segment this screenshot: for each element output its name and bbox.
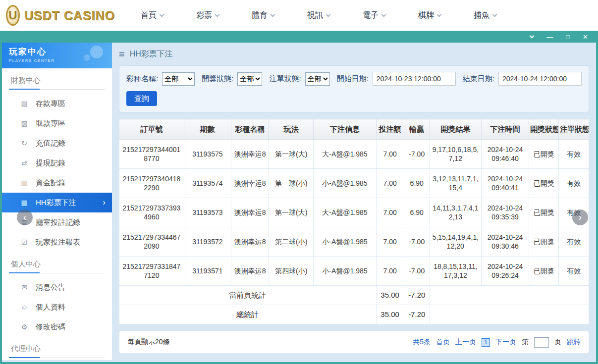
nav-item-label: 體育	[252, 10, 268, 21]
sidebar: 玩家中心 PLAYERS CENTER 財務中心 ▤存款專區▨取款專區↻充值記錄…	[2, 43, 112, 360]
window-close-button[interactable]: ✕	[583, 34, 588, 40]
first-page-link[interactable]: 首页	[436, 338, 450, 347]
menu-toggle-icon[interactable]: ≡	[119, 49, 125, 59]
nav-item-label: 棋牌	[418, 10, 434, 21]
nav-item-board-games[interactable]: 棋牌	[418, 10, 441, 21]
draw-status-select[interactable]: 全部	[237, 72, 262, 86]
sidebar-header: 玩家中心 PLAYERS CENTER	[2, 43, 112, 68]
table-cell: 2152172973373934960	[119, 198, 184, 227]
personal-menu: ✉消息公告☺個人資料⚙修改密碼	[2, 273, 112, 337]
table-cell: 7.00	[376, 257, 404, 286]
end-date-label: 結束日期:	[463, 74, 494, 84]
page-prefix-label: 第	[522, 338, 529, 347]
lottery-name-select[interactable]: 全部	[162, 72, 195, 86]
sidebar-item-player-bet-report[interactable]: ☑玩家投注報表	[2, 232, 112, 252]
table-cell: 7.00	[376, 169, 404, 198]
column-header: 下注信息	[314, 119, 376, 140]
search-button[interactable]: 查詢	[126, 91, 157, 106]
summary-bet-total: 35.00	[376, 286, 404, 305]
table-cell: 7.00	[376, 198, 404, 227]
table-cell: 2152172973404182290	[119, 169, 184, 198]
nav-item-sports[interactable]: 體育	[252, 10, 274, 21]
nav-item-home[interactable]: 首頁	[141, 10, 163, 21]
logo[interactable]: U USDT CASINO	[0, 5, 115, 26]
draw-status-label: 開獎狀態:	[202, 74, 233, 84]
players-center-subtitle: PLAYERS CENTER	[9, 58, 112, 63]
table-cell: 澳洲幸运8	[231, 140, 269, 169]
scroll-left-arrow[interactable]: ‹	[17, 209, 33, 225]
table-cell: 有效	[559, 169, 589, 198]
nav-item-lottery[interactable]: 彩票	[196, 10, 219, 21]
table-cell: 7.00	[376, 140, 404, 169]
table-cell: 大-A盤@1.985	[314, 198, 376, 227]
window-minimize-button[interactable]: —	[546, 34, 553, 40]
table-cell: 有效	[559, 257, 589, 286]
table-cell: 小-A盤@1.985	[314, 227, 376, 257]
sidebar-item-profile[interactable]: ☺個人資料	[2, 297, 112, 317]
nav-item-label: 彩票	[196, 10, 212, 21]
table-cell: 已開獎	[529, 198, 559, 227]
nav-item-live-video[interactable]: 視訊	[307, 10, 330, 21]
table-cell: 31193573	[184, 198, 231, 227]
bets-table: 訂單號期數彩種名稱玩法下注信息投注額輸贏開獎結果下注時間開獎狀態注單狀態 215…	[119, 119, 589, 324]
prev-page-link[interactable]: 上一页	[455, 338, 476, 347]
table-cell: 澳洲幸运8	[231, 227, 269, 257]
jump-button[interactable]: 跳转	[567, 338, 581, 347]
nav-item-label: 視訊	[307, 10, 323, 21]
gear-icon: ⚙	[20, 323, 29, 331]
table-cell: -7.00	[404, 140, 430, 169]
sidebar-item-label: 提現記錄	[36, 158, 65, 168]
nav-item-label: 首頁	[141, 10, 157, 21]
next-page-link[interactable]: 下一页	[495, 338, 516, 347]
sidebar-item-label: HH彩票下注	[36, 198, 76, 208]
column-header: 開獎結果	[430, 119, 481, 140]
summary-bet-total: 35.00	[376, 305, 404, 324]
summary-win-loss: -7.20	[404, 286, 430, 305]
scroll-right-arrow[interactable]: ›	[572, 209, 588, 225]
players-center-title: 玩家中心	[9, 46, 112, 57]
sidebar-item-deposit[interactable]: ▤存款專區	[2, 94, 112, 113]
pagination-bar: 每頁顯示20條 共5条 首页 上一页 1 下一页 第 页 跳转	[119, 331, 589, 354]
table-row: 215217297334467209031193572澳洲幸运8第二球(小)小-…	[119, 227, 589, 257]
column-header: 輸贏	[404, 119, 430, 140]
chevron-down-icon	[381, 12, 386, 17]
table-row: 215217297340418229031193574澳洲幸运8第一球(小)小-…	[119, 169, 589, 198]
table-cell: 7.00	[376, 227, 404, 257]
chevron-down-icon	[492, 12, 497, 17]
per-page-label: 每頁顯示20條	[127, 338, 170, 347]
nav-item-slots[interactable]: 電子	[363, 10, 385, 21]
window-titlebar: — □ ✕	[2, 31, 596, 43]
sidebar-item-announcements[interactable]: ✉消息公告	[2, 277, 112, 297]
column-header: 投注額	[376, 119, 404, 140]
column-header: 期數	[184, 119, 231, 140]
sidebar-item-cashout-record[interactable]: ⇄提現記錄	[2, 153, 112, 173]
window-collapse-button[interactable]	[530, 36, 534, 38]
page-header: ≡ HH彩票下注	[119, 43, 589, 65]
start-date-input[interactable]	[373, 72, 456, 86]
table-cell: 2024-10-24 09:46:40	[482, 140, 529, 169]
end-date-input[interactable]	[498, 72, 582, 86]
withdraw-icon: ▨	[20, 119, 29, 127]
logo-text: USDT CASINO	[24, 8, 115, 23]
table-cell: 2024-10-24 09:40:41	[482, 169, 529, 198]
column-header: 玩法	[269, 119, 314, 140]
lottery-bets-icon: ▦	[20, 199, 29, 207]
sidebar-item-label: 消息公告	[36, 283, 65, 292]
sidebar-item-change-password[interactable]: ⚙修改密碼	[2, 317, 112, 337]
bets-table-card: 訂單號期數彩種名稱玩法下注信息投注額輸贏開獎結果下注時間開獎狀態注單狀態 215…	[119, 118, 589, 325]
current-page-indicator[interactable]: 1	[482, 338, 490, 347]
summary-label: 總統計	[119, 305, 376, 324]
jump-page-input[interactable]	[534, 337, 549, 348]
bet-status-select[interactable]: 全部	[305, 72, 330, 86]
nav-item-label: 電子	[363, 10, 379, 21]
sidebar-item-recharge-record[interactable]: ↻充值記錄	[2, 133, 112, 153]
window-maximize-button[interactable]: □	[566, 34, 570, 40]
sidebar-item-funds-record[interactable]: ▥資金記錄	[2, 173, 112, 193]
table-cell: 有效	[559, 227, 589, 257]
table-cell: 31193572	[184, 227, 231, 257]
funds-record-icon: ▥	[20, 179, 29, 187]
sidebar-item-hh-lottery-bets[interactable]: ▦HH彩票下注›	[2, 193, 112, 212]
sidebar-item-withdraw[interactable]: ▨取款專區	[2, 113, 112, 133]
page-suffix-label: 页	[554, 338, 561, 347]
nav-item-fishing[interactable]: 捕魚	[474, 10, 496, 21]
